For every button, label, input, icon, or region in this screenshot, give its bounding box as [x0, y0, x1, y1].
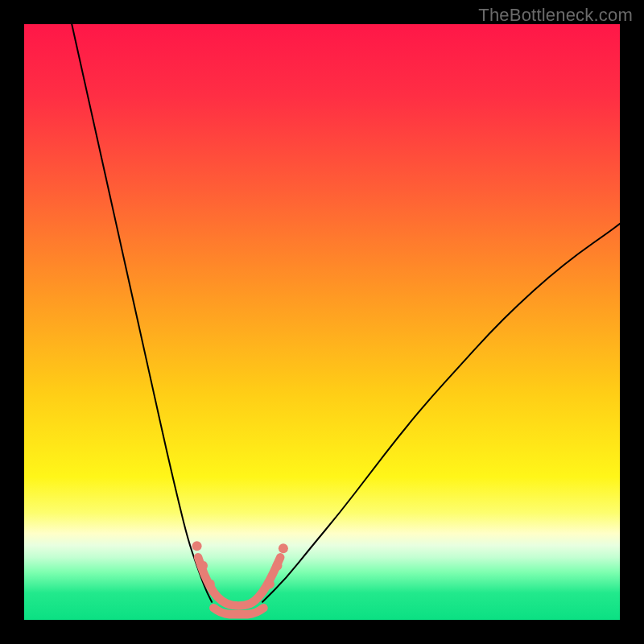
valley-dot-2	[205, 580, 215, 589]
valley-dot-3	[265, 580, 275, 589]
valley-dot-1	[198, 561, 208, 571]
valley-dot-0	[192, 541, 202, 551]
watermark-text: TheBottleneck.com	[478, 5, 633, 26]
chart-frame: TheBottleneck.com	[0, 0, 644, 644]
series-left-branch	[72, 24, 212, 602]
curves-layer	[24, 24, 620, 620]
plot-area	[24, 24, 620, 620]
valley-dot-4	[273, 561, 283, 571]
series-right-branch	[262, 224, 620, 602]
valley-dot-5	[279, 543, 288, 553]
